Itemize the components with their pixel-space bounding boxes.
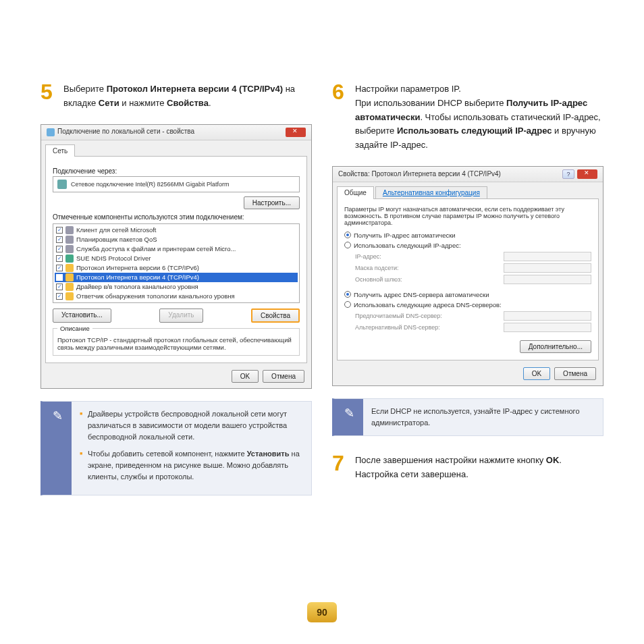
checkbox-icon[interactable]: ✓ bbox=[56, 255, 63, 262]
ipv4-properties-dialog: Свойства: Протокол Интернета версии 4 (T… bbox=[332, 166, 603, 386]
ip-field bbox=[504, 252, 591, 261]
dns2-field bbox=[504, 323, 591, 332]
tab-alternate[interactable]: Альтернативная конфигурация bbox=[375, 186, 487, 199]
component-icon bbox=[65, 236, 74, 244]
properties-button[interactable]: Свойства bbox=[251, 308, 300, 323]
adapter-icon bbox=[57, 180, 67, 189]
step-7: 7 После завершения настройки нажмите кно… bbox=[332, 452, 603, 482]
component-icon bbox=[65, 273, 74, 281]
install-button[interactable]: Установить... bbox=[53, 308, 111, 323]
component-icon bbox=[65, 283, 74, 291]
step-6: 6 Настройки параметров IP. При использов… bbox=[332, 81, 603, 153]
dialog-title-text: Свойства: Протокол Интернета версии 4 (T… bbox=[338, 170, 501, 178]
label-dns2: Альтернативный DNS-сервер: bbox=[355, 324, 498, 331]
note-body: Драйверы устройств беспроводной локально… bbox=[72, 402, 311, 495]
component-icon bbox=[65, 264, 74, 272]
checkbox-icon[interactable]: ✓ bbox=[56, 246, 63, 252]
help-icon[interactable]: ? bbox=[562, 169, 574, 179]
note-icon-box: ✎ bbox=[43, 402, 72, 495]
radio-auto-ip[interactable]: Получить IP-адрес автоматически bbox=[344, 232, 591, 239]
dns1-field bbox=[504, 311, 591, 321]
connection-adapter-box: Сетевое подключение Intel(R) 82566MM Gig… bbox=[53, 176, 300, 192]
intro-text: Параметры IP могут назначаться автоматич… bbox=[344, 206, 591, 226]
pencil-icon: ✎ bbox=[53, 408, 63, 423]
step-5: 5 Выберите Протокол Интернета версии 4 (… bbox=[41, 81, 312, 111]
step-text: Настройки параметров IP. При использован… bbox=[355, 81, 603, 153]
info-note: ✎ Драйверы устройств беспроводной локаль… bbox=[41, 401, 312, 495]
radio-manual-dns[interactable]: Использовать следующие адреса DNS-сервер… bbox=[344, 301, 591, 308]
tab-general[interactable]: Общие bbox=[337, 186, 374, 199]
list-item-selected[interactable]: ✓Протокол Интернета версии 4 (TCP/IPv4) bbox=[55, 273, 298, 282]
list-item[interactable]: ✓Клиент для сетей Microsoft bbox=[55, 225, 298, 235]
list-item[interactable]: ✓Протокол Интернета версии 6 (TCP/IPv6) bbox=[55, 263, 298, 273]
dialog-icon bbox=[47, 128, 55, 136]
note-body: Если DHCP не используется, узнайте IP-ад… bbox=[363, 399, 603, 435]
radio-auto-dns[interactable]: Получить адрес DNS-сервера автоматически bbox=[344, 291, 591, 298]
description-text: Протокол TCP/IP - стандартный протокол г… bbox=[57, 336, 295, 351]
lan-properties-dialog: Подключение по локальной сети - свойства… bbox=[41, 124, 312, 389]
step-text: Выберите Протокол Интернета версии 4 (TC… bbox=[63, 81, 312, 111]
label-connect-via: Подключение через: bbox=[53, 167, 300, 175]
label-dns1: Предпочитаемый DNS-сервер: bbox=[355, 313, 498, 319]
remove-button: Удалить bbox=[159, 308, 203, 323]
list-item[interactable]: ✓Драйвер в/в тополога канального уровня bbox=[55, 282, 298, 292]
list-item[interactable]: ✓SUE NDIS Protocol Driver bbox=[55, 254, 298, 263]
description-fieldset: Описание Протокол TCP/IP - стандартный п… bbox=[53, 328, 300, 356]
description-title: Описание bbox=[57, 325, 92, 332]
tab-network[interactable]: Сеть bbox=[45, 144, 75, 157]
checkbox-icon[interactable]: ✓ bbox=[56, 236, 63, 243]
note-icon-box: ✎ bbox=[335, 399, 363, 435]
note-item: Чтобы добавить сетевой компонент, нажмит… bbox=[80, 448, 303, 483]
dialog-titlebar: Свойства: Протокол Интернета версии 4 (T… bbox=[333, 167, 603, 182]
pencil-icon: ✎ bbox=[344, 406, 354, 421]
list-item[interactable]: ✓Ответчик обнаружения топологии канально… bbox=[55, 292, 298, 301]
component-icon bbox=[65, 292, 74, 300]
note-item: Драйверы устройств беспроводной локально… bbox=[80, 408, 303, 443]
dialog-titlebar: Подключение по локальной сети - свойства bbox=[41, 125, 311, 140]
step-number: 6 bbox=[332, 81, 348, 153]
checkbox-icon[interactable]: ✓ bbox=[56, 274, 63, 281]
label-mask: Маска подсети: bbox=[355, 265, 498, 271]
component-icon bbox=[65, 254, 74, 263]
dialog-title-text: Подключение по локальной сети - свойства bbox=[57, 128, 194, 135]
configure-button[interactable]: Настроить... bbox=[244, 196, 300, 209]
checkbox-icon[interactable]: ✓ bbox=[56, 227, 63, 234]
adapter-name: Сетевое подключение Intel(R) 82566MM Gig… bbox=[71, 181, 229, 188]
ok-button[interactable]: OK bbox=[523, 367, 550, 380]
step-number: 7 bbox=[332, 452, 348, 482]
step-number: 5 bbox=[41, 81, 57, 111]
step-text: После завершения настройки нажмите кнопк… bbox=[355, 452, 603, 482]
advanced-button[interactable]: Дополнительно... bbox=[520, 340, 591, 353]
cancel-button[interactable]: Отмена bbox=[554, 367, 596, 380]
mask-field bbox=[504, 263, 591, 273]
checkbox-icon[interactable]: ✓ bbox=[56, 284, 63, 290]
info-note: ✎ Если DHCP не используется, узнайте IP-… bbox=[332, 398, 603, 436]
label-ip: IP-адрес: bbox=[355, 253, 498, 260]
close-icon[interactable] bbox=[577, 169, 597, 179]
checkbox-icon[interactable]: ✓ bbox=[56, 265, 63, 271]
label-components: Отмеченные компоненты используются этим … bbox=[53, 213, 300, 221]
page-number: 90 bbox=[307, 602, 337, 622]
radio-manual-ip[interactable]: Использовать следующий IP-адрес: bbox=[344, 242, 591, 249]
list-item[interactable]: ✓Служба доступа к файлам и принтерам сет… bbox=[55, 244, 298, 254]
component-icon bbox=[65, 226, 74, 234]
checkbox-icon[interactable]: ✓ bbox=[56, 293, 63, 300]
ok-button[interactable]: OK bbox=[232, 370, 259, 383]
close-icon[interactable] bbox=[286, 128, 306, 137]
component-icon bbox=[65, 245, 74, 253]
components-list[interactable]: ✓Клиент для сетей Microsoft ✓Планировщик… bbox=[53, 223, 300, 303]
gateway-field bbox=[504, 275, 591, 284]
cancel-button[interactable]: Отмена bbox=[263, 370, 304, 383]
list-item[interactable]: ✓Планировщик пакетов QoS bbox=[55, 235, 298, 244]
label-gateway: Основной шлюз: bbox=[355, 276, 498, 283]
